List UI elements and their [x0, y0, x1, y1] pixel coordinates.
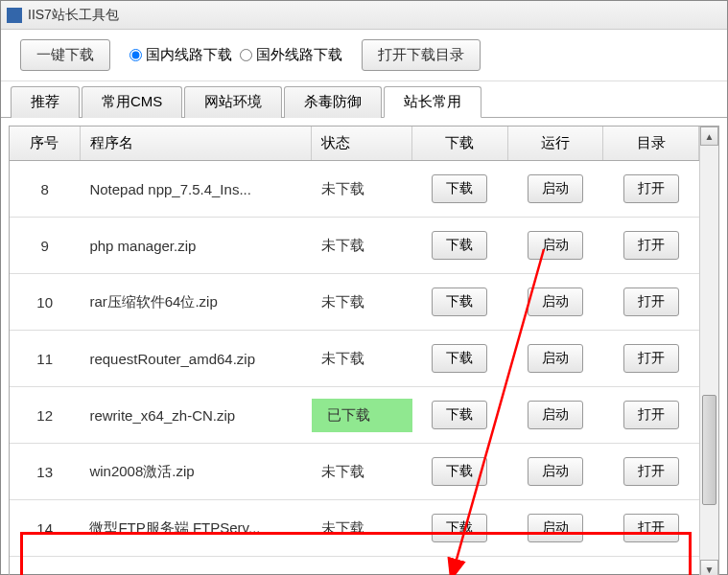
header-run[interactable]: 运行 [507, 126, 603, 161]
cell-status: 已下载 [312, 387, 412, 444]
cell-dir: 打开 [603, 331, 699, 387]
cell-status: 未下载 [312, 161, 412, 218]
download-button[interactable]: 下载 [432, 514, 487, 542]
scroll-thumb[interactable] [702, 395, 716, 505]
radio-foreign-input[interactable] [240, 49, 252, 61]
open-dir-button[interactable]: 打开 [623, 231, 679, 260]
cell-download: 下载 [412, 387, 508, 444]
programs-table: 序号 程序名 状态 下载 运行 目录 8Notepad npp_7.5.4_In… [10, 126, 699, 557]
download-button[interactable]: 下载 [432, 457, 487, 486]
cell-download: 下载 [412, 218, 508, 274]
download-button[interactable]: 下载 [432, 174, 487, 203]
cell-status: 未下载 [312, 500, 412, 557]
tab-0[interactable]: 推荐 [11, 86, 80, 118]
cell-index: 9 [10, 218, 80, 274]
cell-dir: 打开 [603, 161, 699, 218]
cell-dir: 打开 [603, 500, 699, 557]
cell-run: 启动 [507, 444, 603, 500]
tab-1[interactable]: 常用CMS [82, 86, 182, 118]
run-button[interactable]: 启动 [528, 174, 583, 203]
cell-status: 未下载 [312, 331, 412, 387]
run-button[interactable]: 启动 [528, 514, 583, 542]
cell-dir: 打开 [603, 387, 699, 444]
cell-dir: 打开 [603, 444, 699, 500]
radio-foreign[interactable]: 国外线路下载 [240, 46, 342, 64]
tab-3[interactable]: 杀毒防御 [284, 86, 382, 118]
cell-status: 未下载 [312, 444, 412, 500]
cell-dir: 打开 [603, 218, 699, 274]
cell-name: win2008激活.zip [80, 444, 311, 500]
vertical-scrollbar[interactable]: ▲ ▼ [699, 126, 718, 575]
cell-name: rewrite_x64_zh-CN.zip [80, 387, 311, 444]
header-download[interactable]: 下载 [412, 126, 508, 161]
cell-index: 10 [10, 274, 80, 331]
header-status[interactable]: 状态 [312, 126, 412, 161]
open-download-dir-button[interactable]: 打开下载目录 [362, 39, 481, 71]
scroll-down-arrow-icon[interactable]: ▼ [700, 560, 718, 575]
cell-run: 启动 [507, 218, 603, 274]
tab-4[interactable]: 站长常用 [384, 86, 481, 118]
table-row: 14微型FTP服务端 FTPServ...未下载下载启动打开 [10, 500, 699, 557]
download-button[interactable]: 下载 [432, 288, 487, 316]
cell-name: php manager.zip [80, 218, 311, 274]
window-title: IIS7站长工具包 [28, 7, 119, 24]
cell-index: 14 [10, 500, 80, 557]
cell-download: 下载 [412, 161, 508, 218]
app-window: IIS7站长工具包 一键下载 国内线路下载 国外线路下载 打开下载目录 推荐常用… [0, 0, 728, 575]
radio-domestic-input[interactable] [129, 49, 142, 61]
tabs: 推荐常用CMS网站环境杀毒防御站长常用 [1, 85, 727, 118]
table-row: 12rewrite_x64_zh-CN.zip已下载下载启动打开 [10, 387, 699, 444]
cell-status: 未下载 [312, 274, 412, 331]
toolbar: 一键下载 国内线路下载 国外线路下载 打开下载目录 [1, 30, 727, 81]
cell-download: 下载 [412, 274, 508, 331]
download-route-radio-group: 国内线路下载 国外线路下载 [129, 46, 342, 64]
table-wrapper: 序号 程序名 状态 下载 运行 目录 8Notepad npp_7.5.4_In… [9, 126, 719, 575]
cell-name: Notepad npp_7.5.4_Ins... [80, 161, 311, 218]
download-button[interactable]: 下载 [432, 401, 487, 429]
cell-run: 启动 [507, 500, 603, 557]
table-row: 8Notepad npp_7.5.4_Ins...未下载下载启动打开 [10, 161, 699, 218]
header-index[interactable]: 序号 [10, 126, 80, 161]
tab-2[interactable]: 网站环境 [184, 86, 282, 118]
cell-download: 下载 [412, 331, 508, 387]
cell-run: 启动 [507, 161, 603, 218]
radio-domestic[interactable]: 国内线路下载 [129, 46, 232, 64]
table-row: 13win2008激活.zip未下载下载启动打开 [10, 444, 699, 500]
app-icon [7, 8, 22, 23]
cell-run: 启动 [507, 274, 603, 331]
download-button[interactable]: 下载 [432, 344, 487, 373]
cell-name: requestRouter_amd64.zip [80, 331, 311, 387]
titlebar: IIS7站长工具包 [1, 1, 727, 30]
open-dir-button[interactable]: 打开 [623, 514, 679, 542]
run-button[interactable]: 启动 [528, 401, 583, 429]
cell-index: 13 [10, 444, 80, 500]
table-row: 11requestRouter_amd64.zip未下载下载启动打开 [10, 331, 699, 387]
header-name[interactable]: 程序名 [80, 126, 311, 161]
cell-name: rar压缩软件64位.zip [80, 274, 311, 331]
run-button[interactable]: 启动 [528, 231, 583, 260]
open-dir-button[interactable]: 打开 [623, 344, 679, 373]
table-row: 9php manager.zip未下载下载启动打开 [10, 218, 699, 274]
run-button[interactable]: 启动 [528, 288, 583, 316]
cell-run: 启动 [507, 331, 603, 387]
open-dir-button[interactable]: 打开 [623, 401, 679, 429]
open-dir-button[interactable]: 打开 [623, 457, 679, 486]
download-button[interactable]: 下载 [432, 231, 487, 260]
open-dir-button[interactable]: 打开 [623, 174, 679, 203]
scroll-up-arrow-icon[interactable]: ▲ [700, 126, 718, 146]
table-container: 序号 程序名 状态 下载 运行 目录 8Notepad npp_7.5.4_In… [1, 118, 727, 575]
open-dir-button[interactable]: 打开 [623, 288, 679, 316]
cell-status: 未下载 [312, 218, 412, 274]
header-dir[interactable]: 目录 [603, 126, 699, 161]
cell-index: 11 [10, 331, 80, 387]
radio-domestic-label: 国内线路下载 [146, 46, 232, 64]
radio-foreign-label: 国外线路下载 [256, 46, 342, 64]
run-button[interactable]: 启动 [528, 344, 583, 373]
download-all-button[interactable]: 一键下载 [20, 39, 110, 71]
table-row: 10rar压缩软件64位.zip未下载下载启动打开 [10, 274, 699, 331]
cell-download: 下载 [412, 444, 508, 500]
cell-index: 8 [10, 161, 80, 218]
cell-dir: 打开 [603, 274, 699, 331]
cell-download: 下载 [412, 500, 508, 557]
run-button[interactable]: 启动 [528, 457, 583, 486]
